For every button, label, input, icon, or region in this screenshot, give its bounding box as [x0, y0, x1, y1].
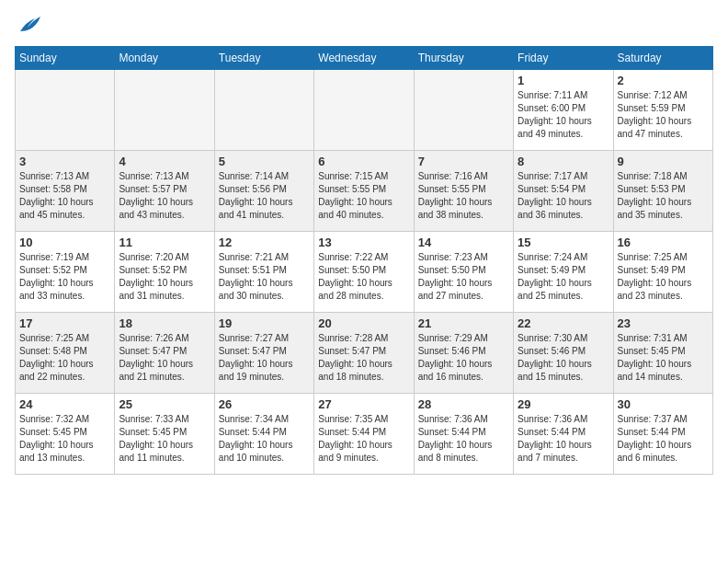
- day-info: Sunrise: 7:22 AM Sunset: 5:50 PM Dayligh…: [318, 251, 409, 303]
- day-number: 21: [418, 316, 509, 330]
- day-number: 10: [19, 236, 110, 249]
- calendar-cell: 12Sunrise: 7:21 AM Sunset: 5:51 PM Dayli…: [214, 232, 313, 313]
- day-number: 9: [618, 155, 709, 168]
- calendar-cell: 10Sunrise: 7:19 AM Sunset: 5:52 PM Dayli…: [16, 232, 115, 313]
- calendar-cell: 16Sunrise: 7:25 AM Sunset: 5:49 PM Dayli…: [613, 232, 712, 313]
- day-number: 30: [618, 397, 709, 411]
- day-number: 19: [219, 316, 310, 330]
- calendar-cell: 9Sunrise: 7:18 AM Sunset: 5:53 PM Daylig…: [613, 151, 712, 232]
- calendar-cell: 14Sunrise: 7:23 AM Sunset: 5:50 PM Dayli…: [414, 232, 513, 313]
- day-number: 23: [618, 316, 709, 330]
- calendar-cell: 11Sunrise: 7:20 AM Sunset: 5:52 PM Dayli…: [115, 232, 214, 313]
- calendar-week-row-4: 17Sunrise: 7:25 AM Sunset: 5:48 PM Dayli…: [16, 313, 713, 394]
- calendar-cell: 7Sunrise: 7:16 AM Sunset: 5:55 PM Daylig…: [414, 151, 513, 232]
- calendar-header-row: SundayMondayTuesdayWednesdayThursdayFrid…: [16, 47, 713, 70]
- calendar-cell: 18Sunrise: 7:26 AM Sunset: 5:47 PM Dayli…: [115, 313, 214, 394]
- day-info: Sunrise: 7:18 AM Sunset: 5:53 PM Dayligh…: [618, 170, 709, 222]
- calendar-header-thursday: Thursday: [414, 47, 513, 70]
- calendar-header-sunday: Sunday: [16, 47, 115, 70]
- day-info: Sunrise: 7:24 AM Sunset: 5:49 PM Dayligh…: [518, 251, 609, 303]
- calendar-cell: [414, 70, 513, 151]
- calendar-cell: [214, 70, 313, 151]
- calendar-cell: 8Sunrise: 7:17 AM Sunset: 5:54 PM Daylig…: [514, 151, 613, 232]
- day-info: Sunrise: 7:13 AM Sunset: 5:57 PM Dayligh…: [119, 170, 210, 222]
- day-info: Sunrise: 7:25 AM Sunset: 5:48 PM Dayligh…: [19, 332, 110, 384]
- day-info: Sunrise: 7:31 AM Sunset: 5:45 PM Dayligh…: [618, 332, 709, 384]
- day-number: 18: [119, 316, 210, 330]
- calendar-cell: 22Sunrise: 7:30 AM Sunset: 5:46 PM Dayli…: [514, 313, 613, 394]
- day-number: 16: [618, 236, 709, 249]
- day-number: 11: [119, 236, 210, 249]
- calendar-week-row-2: 3Sunrise: 7:13 AM Sunset: 5:58 PM Daylig…: [16, 151, 713, 232]
- calendar-cell: 24Sunrise: 7:32 AM Sunset: 5:45 PM Dayli…: [16, 394, 115, 475]
- day-info: Sunrise: 7:16 AM Sunset: 5:55 PM Dayligh…: [418, 170, 509, 222]
- calendar-week-row-3: 10Sunrise: 7:19 AM Sunset: 5:52 PM Dayli…: [16, 232, 713, 313]
- calendar-cell: 15Sunrise: 7:24 AM Sunset: 5:49 PM Dayli…: [514, 232, 613, 313]
- day-number: 4: [119, 155, 210, 168]
- calendar-cell: [115, 70, 214, 151]
- day-number: 1: [518, 74, 609, 87]
- day-number: 17: [19, 316, 110, 330]
- day-number: 15: [518, 236, 609, 249]
- calendar-header-saturday: Saturday: [613, 47, 712, 70]
- calendar-cell: 30Sunrise: 7:37 AM Sunset: 5:44 PM Dayli…: [613, 394, 712, 475]
- day-info: Sunrise: 7:30 AM Sunset: 5:46 PM Dayligh…: [518, 332, 609, 384]
- calendar-cell: 3Sunrise: 7:13 AM Sunset: 5:58 PM Daylig…: [16, 151, 115, 232]
- day-number: 29: [518, 397, 609, 411]
- logo-bird-icon: [17, 15, 42, 35]
- day-number: 7: [418, 155, 509, 168]
- day-number: 5: [219, 155, 310, 168]
- calendar-cell: 23Sunrise: 7:31 AM Sunset: 5:45 PM Dayli…: [613, 313, 712, 394]
- day-info: Sunrise: 7:12 AM Sunset: 5:59 PM Dayligh…: [618, 89, 709, 141]
- calendar-cell: 27Sunrise: 7:35 AM Sunset: 5:44 PM Dayli…: [314, 394, 414, 475]
- day-number: 6: [318, 155, 409, 168]
- day-number: 25: [119, 397, 210, 411]
- calendar-cell: 6Sunrise: 7:15 AM Sunset: 5:55 PM Daylig…: [314, 151, 414, 232]
- calendar-cell: 29Sunrise: 7:36 AM Sunset: 5:44 PM Dayli…: [514, 394, 613, 475]
- day-info: Sunrise: 7:21 AM Sunset: 5:51 PM Dayligh…: [219, 251, 310, 303]
- calendar-week-row-5: 24Sunrise: 7:32 AM Sunset: 5:45 PM Dayli…: [16, 394, 713, 475]
- day-info: Sunrise: 7:35 AM Sunset: 5:44 PM Dayligh…: [318, 413, 409, 465]
- page-header: [15, 15, 713, 35]
- day-number: 28: [418, 397, 509, 411]
- day-info: Sunrise: 7:27 AM Sunset: 5:47 PM Dayligh…: [219, 332, 310, 384]
- calendar-week-row-1: 1Sunrise: 7:11 AM Sunset: 6:00 PM Daylig…: [16, 70, 713, 151]
- calendar-cell: 26Sunrise: 7:34 AM Sunset: 5:44 PM Dayli…: [214, 394, 313, 475]
- day-info: Sunrise: 7:37 AM Sunset: 5:44 PM Dayligh…: [618, 413, 709, 465]
- calendar-cell: 17Sunrise: 7:25 AM Sunset: 5:48 PM Dayli…: [16, 313, 115, 394]
- day-number: 3: [19, 155, 110, 168]
- day-info: Sunrise: 7:15 AM Sunset: 5:55 PM Dayligh…: [318, 170, 409, 222]
- calendar-header-tuesday: Tuesday: [214, 47, 313, 70]
- day-number: 20: [318, 316, 409, 330]
- calendar-cell: [314, 70, 414, 151]
- day-info: Sunrise: 7:20 AM Sunset: 5:52 PM Dayligh…: [119, 251, 210, 303]
- calendar-cell: 2Sunrise: 7:12 AM Sunset: 5:59 PM Daylig…: [613, 70, 712, 151]
- day-info: Sunrise: 7:34 AM Sunset: 5:44 PM Dayligh…: [219, 413, 310, 465]
- day-info: Sunrise: 7:36 AM Sunset: 5:44 PM Dayligh…: [518, 413, 609, 465]
- calendar-header-friday: Friday: [514, 47, 613, 70]
- calendar-cell: [16, 70, 115, 151]
- day-info: Sunrise: 7:19 AM Sunset: 5:52 PM Dayligh…: [19, 251, 110, 303]
- logo: [15, 15, 42, 35]
- day-info: Sunrise: 7:29 AM Sunset: 5:46 PM Dayligh…: [418, 332, 509, 384]
- calendar-cell: 1Sunrise: 7:11 AM Sunset: 6:00 PM Daylig…: [514, 70, 613, 151]
- calendar-cell: 5Sunrise: 7:14 AM Sunset: 5:56 PM Daylig…: [214, 151, 313, 232]
- calendar-header-monday: Monday: [115, 47, 214, 70]
- day-info: Sunrise: 7:25 AM Sunset: 5:49 PM Dayligh…: [618, 251, 709, 303]
- calendar-header-wednesday: Wednesday: [314, 47, 414, 70]
- calendar-cell: 13Sunrise: 7:22 AM Sunset: 5:50 PM Dayli…: [314, 232, 414, 313]
- day-number: 26: [219, 397, 310, 411]
- day-info: Sunrise: 7:28 AM Sunset: 5:47 PM Dayligh…: [318, 332, 409, 384]
- calendar-cell: 28Sunrise: 7:36 AM Sunset: 5:44 PM Dayli…: [414, 394, 513, 475]
- calendar-table: SundayMondayTuesdayWednesdayThursdayFrid…: [15, 46, 713, 475]
- calendar-cell: 19Sunrise: 7:27 AM Sunset: 5:47 PM Dayli…: [214, 313, 313, 394]
- calendar-cell: 20Sunrise: 7:28 AM Sunset: 5:47 PM Dayli…: [314, 313, 414, 394]
- calendar-cell: 21Sunrise: 7:29 AM Sunset: 5:46 PM Dayli…: [414, 313, 513, 394]
- day-number: 14: [418, 236, 509, 249]
- day-number: 22: [518, 316, 609, 330]
- day-number: 12: [219, 236, 310, 249]
- calendar-cell: 4Sunrise: 7:13 AM Sunset: 5:57 PM Daylig…: [115, 151, 214, 232]
- day-info: Sunrise: 7:14 AM Sunset: 5:56 PM Dayligh…: [219, 170, 310, 222]
- day-info: Sunrise: 7:33 AM Sunset: 5:45 PM Dayligh…: [119, 413, 210, 465]
- day-number: 27: [318, 397, 409, 411]
